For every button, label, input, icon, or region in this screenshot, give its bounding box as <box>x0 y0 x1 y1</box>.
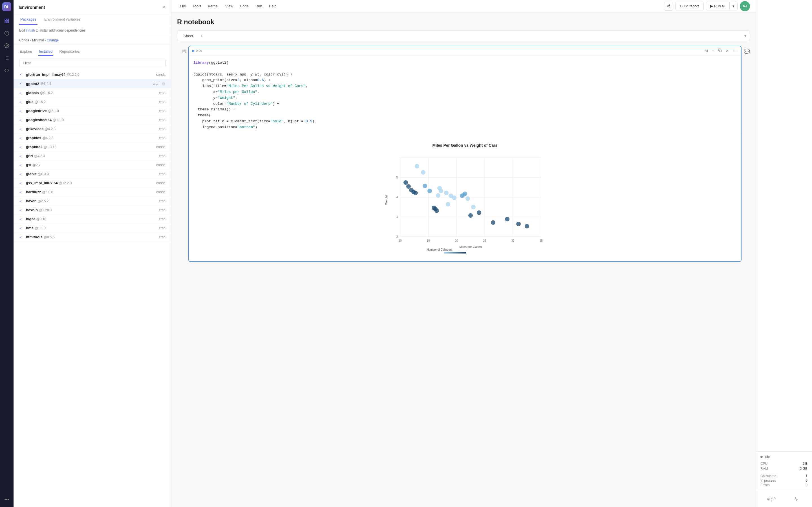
pkg-check-icon: ✓ <box>19 154 24 158</box>
pkg-check-icon: ✓ <box>19 235 24 239</box>
package-item[interactable]: ✓gxx_impl_linux-64@12.2.0conda <box>13 179 171 187</box>
add-button[interactable]: + <box>711 48 715 54</box>
package-item[interactable]: ✓googlesheets4@1.1.0cran <box>13 115 171 124</box>
subtab-explore[interactable]: Explore <box>19 48 33 56</box>
notebook-tabs: Sheet + ▾ <box>177 31 750 41</box>
activity-code[interactable] <box>2 65 12 75</box>
init-sh-link[interactable]: init.sh <box>26 29 35 33</box>
pkg-name: ggplot2 <box>26 82 39 86</box>
package-item[interactable]: ✓glue@1.6.2cran <box>13 98 171 107</box>
svg-text:5: 5 <box>396 176 398 179</box>
tab-env-variables[interactable]: Environment variables <box>43 14 82 25</box>
menu-item-kernel[interactable]: Kernel <box>205 2 221 10</box>
copy-button[interactable] <box>717 48 723 54</box>
package-item[interactable]: ✓gtable@0.3.3cran <box>13 170 171 179</box>
pkg-version: @2.5.2 <box>38 199 49 203</box>
pkg-source: cran <box>153 82 159 86</box>
pkg-source: cran <box>159 118 165 122</box>
svg-line-17 <box>668 6 669 7</box>
pkg-name: htmltools <box>26 235 43 239</box>
notebook-tab-sheet[interactable]: Sheet <box>181 33 196 39</box>
pkg-version: @1.28.3 <box>39 208 52 212</box>
run-all-button[interactable]: ▶ Run all <box>706 2 730 10</box>
tab-packages[interactable]: Packages <box>19 14 38 25</box>
package-item[interactable]: ✓gsl@2.7conda <box>13 161 171 170</box>
more-button[interactable]: ⋯ <box>732 48 738 54</box>
pkg-check-icon: ✓ <box>19 145 24 149</box>
menu-item-tools[interactable]: Tools <box>190 2 204 10</box>
calculated-row: Calculated 1 <box>760 474 808 478</box>
user-avatar[interactable]: AJ <box>740 1 750 11</box>
package-item[interactable]: ✓hexbin@1.28.3cran <box>13 206 171 215</box>
add-tab-button[interactable]: + <box>198 33 205 39</box>
menu-item-run[interactable]: Run <box>253 2 265 10</box>
svg-point-66 <box>435 209 439 213</box>
tab-chevron[interactable]: ▾ <box>744 34 746 38</box>
cell-comment-button[interactable]: 💬 <box>744 46 750 262</box>
pkg-name: glue <box>26 100 34 104</box>
menu-item-code[interactable]: Code <box>237 2 252 10</box>
share-button[interactable] <box>664 2 673 11</box>
change-conda-link[interactable]: Change <box>47 38 59 42</box>
errors-label: Errors <box>760 483 770 487</box>
network-icon-button[interactable] <box>792 495 801 504</box>
pkg-source: cran <box>159 226 165 230</box>
package-item[interactable]: ✓harfbuzz@6.0.0conda <box>13 187 171 196</box>
ai-button[interactable]: AI <box>703 48 709 54</box>
pkg-name: harfbuzz <box>26 190 41 194</box>
pkg-version: @3.4.2 <box>40 82 51 86</box>
subtab-installed[interactable]: Installed <box>38 48 53 56</box>
activity-notifications[interactable] <box>2 28 12 38</box>
pkg-name: gtable <box>26 172 37 176</box>
package-item[interactable]: ✓gfortran_impl_linux-64@12.2.0conda <box>13 70 171 79</box>
package-item[interactable]: ✓graphics@4.2.3cran <box>13 133 171 143</box>
activity-packages[interactable] <box>2 16 12 26</box>
pkg-delete-button[interactable]: 🗑 <box>161 81 165 86</box>
package-item[interactable]: ✓grid@4.2.3cran <box>13 152 171 161</box>
package-item[interactable]: ✓haven@2.5.2cran <box>13 196 171 206</box>
build-report-button[interactable]: Build report <box>675 2 703 10</box>
menu-item-file[interactable]: File <box>177 2 189 10</box>
pkg-source: cran <box>159 100 165 104</box>
subtab-repositories[interactable]: Repositories <box>59 48 80 56</box>
pkg-check-icon: ✓ <box>19 226 24 230</box>
pkg-source: cran <box>159 172 165 176</box>
cpu-icon-button[interactable]: CPU S <box>767 495 776 504</box>
svg-rect-2 <box>5 21 6 23</box>
package-item[interactable]: ✓highr@0.10cran <box>13 215 171 224</box>
cell-output: Miles Per Gallon vs Weight of Cars <box>189 135 741 262</box>
in-process-label: In process <box>760 478 776 483</box>
package-item[interactable]: ✓googledrive@2.1.0cran <box>13 107 171 115</box>
activity-more[interactable]: ••• <box>2 495 12 505</box>
package-item[interactable]: ✓htmltools@0.5.5cran <box>13 233 171 242</box>
run-icon: ▶ <box>192 49 195 53</box>
calculated-label: Calculated <box>760 474 776 478</box>
env-info: Edit init.sh to install additional depen… <box>13 25 171 36</box>
pkg-check-icon: ✓ <box>19 163 24 167</box>
activity-list[interactable] <box>2 53 12 63</box>
package-item[interactable]: ✓ggplot2@3.4.2cran🗑 <box>13 79 171 89</box>
activity-settings[interactable] <box>2 41 12 51</box>
pkg-check-icon: ✓ <box>19 190 24 194</box>
menu-item-help[interactable]: Help <box>266 2 280 10</box>
delete-button[interactable]: ✕ <box>725 48 730 54</box>
pkg-name: gsl <box>26 163 31 167</box>
cell-container: [5] ▶ 0.0s AI + <box>177 46 750 262</box>
env-close-button[interactable]: × <box>163 4 165 10</box>
svg-text:30: 30 <box>511 239 515 242</box>
svg-point-58 <box>463 191 467 196</box>
package-item[interactable]: ✓hms@1.1.3cran <box>13 224 171 233</box>
package-item[interactable]: ✓globals@0.16.2cran <box>13 89 171 98</box>
pkg-version: @12.2.0 <box>66 73 80 76</box>
package-item[interactable]: ✓grDevices@4.2.3cran <box>13 124 171 133</box>
env-conda: Conda - Minimal - Change <box>13 36 171 45</box>
package-item[interactable]: ✓graphite2@1.3.13conda <box>13 143 171 152</box>
pkg-version: @2.7 <box>33 163 41 167</box>
run-dropdown-button[interactable]: ▾ <box>730 2 737 10</box>
cell-run-button[interactable]: ▶ 0.0s <box>192 49 202 53</box>
activity-bar: DL ••• <box>0 0 13 507</box>
svg-point-53 <box>471 205 476 209</box>
notebook-area: R notebook Sheet + ▾ [5] ▶ 0.0s <box>171 12 756 507</box>
filter-input[interactable] <box>19 59 165 67</box>
menu-item-view[interactable]: View <box>222 2 236 10</box>
